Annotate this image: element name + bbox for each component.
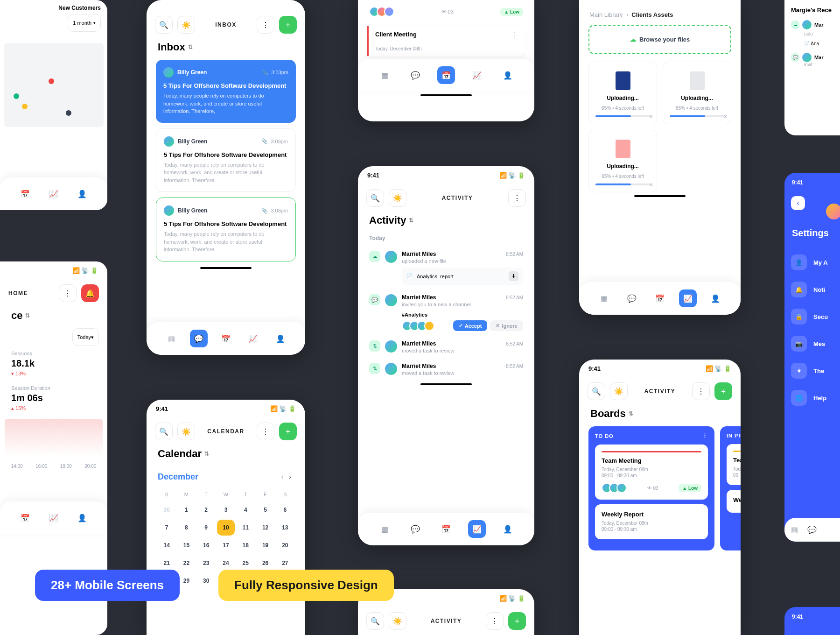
avatar[interactable] — [826, 204, 840, 219]
inbox-card[interactable]: Billy Green📎3:03pm 5 Tips For Offshore S… — [156, 60, 296, 123]
inbox-card[interactable]: Billy Green📎3:03pm 5 Tips For Offshore S… — [156, 198, 296, 261]
nav-calendar-icon[interactable]: 📅 — [16, 185, 34, 203]
calendar-day[interactable]: 12 — [256, 520, 274, 536]
back-icon[interactable]: ‹ — [791, 196, 805, 210]
nav-chat-icon[interactable]: 💬 — [623, 289, 641, 307]
nav-grid-icon[interactable]: ▦ — [162, 330, 180, 347]
calendar-day[interactable]: 20 — [276, 537, 294, 553]
more-icon[interactable]: ⋮ — [486, 612, 504, 630]
nav-analytics-icon[interactable]: 📈 — [244, 330, 262, 347]
calendar-day[interactable]: 16 — [197, 537, 215, 553]
cancel-icon[interactable]: ✕ — [723, 114, 727, 119]
calendar-day[interactable]: 14 — [158, 537, 175, 553]
calendar-day[interactable]: 26 — [256, 555, 274, 571]
settings-item[interactable]: 🔔Noti — [791, 276, 834, 303]
calendar-day[interactable]: 3 — [217, 502, 235, 518]
nav-profile-icon[interactable]: 👤 — [272, 330, 289, 347]
nav-chat-icon[interactable]: 💬 — [807, 525, 817, 534]
today-dropdown[interactable]: Today ▾ — [72, 328, 99, 346]
upload-dropzone[interactable]: ☁ Browse your files — [588, 25, 731, 54]
more-icon[interactable]: ⋮ — [508, 189, 526, 207]
calendar-day[interactable]: 2 — [197, 502, 215, 518]
calendar-day[interactable]: 8 — [177, 520, 195, 536]
add-button[interactable]: ＋ — [279, 423, 297, 440]
nav-grid-icon[interactable]: ▦ — [595, 289, 613, 307]
calendar-day[interactable]: 24 — [217, 555, 235, 571]
filter-dropdown[interactable]: 1 month ▾ — [68, 14, 101, 32]
calendar-day[interactable]: 1 — [177, 502, 195, 518]
nav-analytics-icon[interactable]: 📈 — [679, 289, 697, 307]
next-month-icon[interactable]: › — [286, 470, 294, 483]
more-icon[interactable]: ⋮ — [692, 382, 710, 400]
chevron-icon[interactable]: ⇅ — [188, 44, 193, 50]
add-button[interactable]: ＋ — [508, 612, 526, 630]
calendar-day[interactable]: 23 — [197, 555, 215, 571]
calendar-day[interactable]: 29 — [177, 573, 195, 589]
nav-profile-icon[interactable]: 👤 — [707, 289, 724, 307]
more-icon[interactable]: ⋮ — [511, 31, 518, 40]
ignore-button[interactable]: ✕ Ignore — [490, 320, 523, 331]
calendar-day[interactable]: 30 — [197, 573, 215, 589]
theme-icon[interactable]: ☀️ — [177, 423, 195, 440]
search-icon[interactable]: 🔍 — [366, 612, 384, 630]
nav-calendar-icon[interactable]: 📅 — [217, 330, 235, 347]
calendar-day[interactable]: 9 — [197, 520, 215, 536]
nav-analytics-icon[interactable]: 📈 — [468, 66, 486, 84]
theme-icon[interactable]: ☀️ — [389, 189, 406, 207]
file-attachment[interactable]: 📄Analytics_report⬇ — [402, 268, 523, 285]
calendar-day[interactable]: 15 — [177, 537, 195, 553]
file-card[interactable]: Uploading...65% • 4 seconds left✕ — [588, 130, 657, 192]
theme-icon[interactable]: ☀️ — [610, 382, 628, 400]
settings-item[interactable]: 🌐Help — [791, 384, 834, 411]
nav-calendar-icon[interactable]: 📅 — [437, 520, 455, 538]
calendar-day[interactable]: 7 — [158, 520, 175, 536]
nav-chat-icon[interactable]: 💬 — [406, 520, 424, 538]
nav-analytics-icon[interactable]: 📈 — [45, 509, 63, 527]
calendar-day[interactable]: 5 — [256, 502, 274, 518]
calendar-day[interactable]: 13 — [276, 520, 294, 536]
nav-analytics-icon[interactable]: 📈 — [45, 185, 63, 203]
nav-grid-icon[interactable]: ▦ — [376, 520, 393, 538]
accept-button[interactable]: ✓ Accept — [453, 320, 488, 331]
task-card[interactable]: Team Meeting Today, December 08th 09:00 … — [595, 444, 708, 500]
calendar-day[interactable]: 22 — [177, 555, 195, 571]
file-card[interactable]: Uploading...65% • 4 seconds left✕ — [588, 62, 657, 124]
nav-chat-icon[interactable]: 💬 — [406, 66, 424, 84]
theme-icon[interactable]: ☀️ — [389, 612, 406, 630]
calendar-day[interactable]: 25 — [237, 555, 254, 571]
calendar-day[interactable]: 10 — [217, 520, 235, 536]
settings-item[interactable]: ✦The — [791, 357, 834, 384]
nav-calendar-icon[interactable]: 📅 — [651, 289, 669, 307]
more-icon[interactable]: ⋮ — [257, 16, 274, 34]
cancel-icon[interactable]: ✕ — [649, 182, 653, 187]
more-icon[interactable]: ⋮ — [59, 284, 77, 302]
add-button[interactable]: ＋ — [714, 382, 732, 400]
event-card[interactable]: Client Meeting Today, December 08th ⋮ — [367, 26, 525, 56]
calendar-day[interactable]: 4 — [237, 502, 254, 518]
calendar-day[interactable]: 21 — [158, 555, 175, 571]
calendar-day[interactable]: 27 — [276, 555, 294, 571]
breadcrumb[interactable]: Main Library › Clients Assets — [579, 0, 741, 25]
calendar-day[interactable]: 18 — [237, 537, 254, 553]
calendar-day[interactable]: 11 — [237, 520, 254, 536]
theme-icon[interactable]: ☀️ — [177, 16, 195, 34]
nav-profile-icon[interactable]: 👤 — [499, 520, 517, 538]
search-icon[interactable]: 🔍 — [588, 382, 605, 400]
prev-month-icon[interactable]: ‹ — [279, 470, 287, 483]
search-icon[interactable]: 🔍 — [366, 189, 384, 207]
nav-profile-icon[interactable]: 👤 — [73, 185, 91, 203]
search-icon[interactable]: 🔍 — [155, 423, 173, 440]
nav-calendar-icon[interactable]: 📅 — [437, 66, 455, 84]
nav-analytics-icon[interactable]: 📈 — [468, 520, 486, 538]
inbox-card[interactable]: Billy Green📎3:03pm 5 Tips For Offshore S… — [156, 128, 296, 192]
notification-icon[interactable]: 🔔 — [81, 284, 99, 302]
task-card[interactable]: Weekly Report Today, December 08th 09:00… — [595, 504, 708, 539]
nav-profile-icon[interactable]: 👤 — [73, 509, 91, 527]
settings-item[interactable]: 📷Mes — [791, 330, 834, 357]
settings-item[interactable]: 🔒Secu — [791, 303, 834, 330]
calendar-day[interactable]: 17 — [217, 537, 235, 553]
nav-profile-icon[interactable]: 👤 — [499, 66, 517, 84]
more-icon[interactable]: ⋮ — [702, 433, 708, 439]
calendar-day[interactable]: 6 — [276, 502, 294, 518]
settings-item[interactable]: 👤My A — [791, 249, 834, 276]
